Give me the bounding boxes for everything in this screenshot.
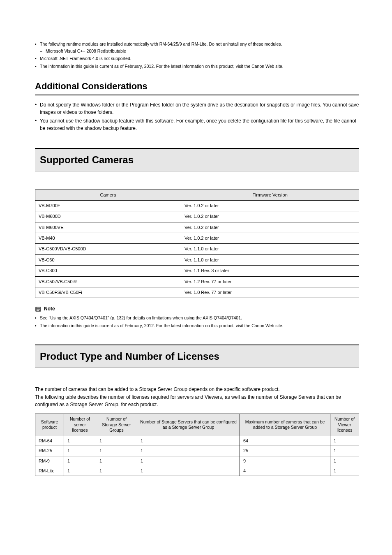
licenses-table-header: Number of Viewer licenses	[330, 414, 359, 436]
camera-table-cell: Ver. 1.0.2 or later	[181, 200, 359, 211]
licenses-table-cell: 64	[240, 436, 330, 446]
camera-table-cell: VB-M600VE	[35, 222, 181, 233]
camera-table-cell: VB-C60	[35, 254, 181, 265]
table-row: RM-911191	[35, 456, 359, 466]
camera-table-cell: VB-C500VD/VB-C500D	[35, 244, 181, 254]
licenses-table-cell: RM-64	[35, 436, 64, 446]
licenses-table-header: Software product	[35, 414, 64, 436]
table-row: VB-C50FSi/VB-C50FiVer. 1.0 Rev. 77 or la…	[35, 287, 359, 298]
licenses-table-cell: 1	[330, 466, 359, 476]
cameras-heading: Supported Cameras	[40, 154, 134, 165]
top-note-item: The information in this guide is current…	[35, 63, 359, 69]
table-row: VB-M600DVer. 1.0.2 or later	[35, 211, 359, 222]
table-row: RM-Lite11141	[35, 466, 359, 476]
licenses-table-cell: 9	[240, 456, 330, 466]
top-note-item: The following runtime modules are instal…	[35, 41, 359, 54]
licenses-table-header: Number of Storage Server Groups	[96, 414, 137, 436]
additional-item: You cannot use the shadow backup feature…	[35, 117, 359, 132]
additional-heading: Additional Considerations	[35, 80, 359, 95]
licenses-table-cell: 1	[64, 446, 96, 456]
licenses-table-header: Maximum number of cameras that can be ad…	[240, 414, 330, 436]
licenses-table-cell: 1	[96, 456, 137, 466]
camera-table-cell: Ver. 1.1.0 or later	[181, 244, 359, 254]
note-label: Note	[44, 305, 55, 312]
licenses-table-header: Number of server licenses	[64, 414, 96, 436]
licenses-heading-box: Product Type and Number of Licenses	[35, 345, 359, 368]
camera-notes-list: See "Using the AXIS Q7404/Q7401" (p. 132…	[35, 315, 359, 328]
licenses-table-cell: 1	[64, 436, 96, 446]
licenses-table-cell: 1	[330, 436, 359, 446]
licenses-table-cell: 1	[137, 446, 240, 456]
licenses-intro: The number of cameras that can be added …	[35, 386, 359, 409]
licenses-heading: Product Type and Number of Licenses	[40, 351, 219, 362]
camera-table-cell: VB-M700F	[35, 200, 181, 211]
camera-table-cell: VB-C50FSi/VB-C50Fi	[35, 287, 181, 298]
camera-table-cell: Ver. 1.0.2 or later	[181, 222, 359, 233]
camera-table-cell: Ver. 1.2 Rev. 77 or later	[181, 276, 359, 287]
table-row: RM-25111251	[35, 446, 359, 456]
camera-table-cell: VB-C50i/VB-C50iR	[35, 276, 181, 287]
licenses-table: Software productNumber of server license…	[35, 414, 359, 476]
camera-table-cell: VB-C300	[35, 266, 181, 276]
camera-table-cell: Ver. 1.0.2 or later	[181, 211, 359, 222]
page-wrap: { "top_notes": [ { "text": "The followin…	[35, 41, 359, 555]
camera-table-header: Firmware Version	[181, 190, 359, 200]
camera-table-cell: Ver. 1.1 Rev. 3 or later	[181, 266, 359, 276]
table-row: VB-C50i/VB-C50iRVer. 1.2 Rev. 77 or late…	[35, 276, 359, 287]
top-note-item: Microsoft .NET Framework 4.0 is not supp…	[35, 56, 359, 62]
additional-items-list: Do not specify the Windows folder or the…	[35, 101, 359, 132]
camera-table-cell: Ver. 1.0.2 or later	[181, 233, 359, 244]
licenses-table-cell: 1	[330, 446, 359, 456]
licenses-table-cell: RM-Lite	[35, 466, 64, 476]
camera-note-item: See "Using the AXIS Q7404/Q7401" (p. 132…	[35, 315, 359, 321]
licenses-table-cell: 1	[64, 466, 96, 476]
note-row: Note	[35, 305, 359, 312]
licenses-table-cell: 1	[96, 436, 137, 446]
camera-table-cell: Ver. 1.1.0 or later	[181, 254, 359, 265]
top-notes-list: The following runtime modules are instal…	[35, 41, 359, 69]
licenses-table-cell: 1	[96, 446, 137, 456]
camera-table-wrap: CameraFirmware VersionVB-M700FVer. 1.0.2…	[35, 190, 359, 298]
table-row: VB-C300Ver. 1.1 Rev. 3 or later	[35, 266, 359, 276]
licenses-table-cell: RM-25	[35, 446, 64, 456]
table-row: VB-M700FVer. 1.0.2 or later	[35, 200, 359, 211]
licenses-table-cell: 4	[240, 466, 330, 476]
note-icon	[35, 306, 42, 312]
licenses-table-header: Number of Storage Servers that can be co…	[137, 414, 240, 436]
licenses-table-cell: RM-9	[35, 456, 64, 466]
licenses-table-cell: 1	[96, 466, 137, 476]
camera-table-cell: VB-M40	[35, 233, 181, 244]
camera-table-header: Camera	[35, 190, 181, 200]
licenses-table-cell: 1	[137, 436, 240, 446]
table-row: RM-64111641	[35, 436, 359, 446]
licenses-table-cell: 1	[64, 456, 96, 466]
camera-table-cell: Ver. 1.0 Rev. 77 or later	[181, 287, 359, 298]
camera-table-cell: VB-M600D	[35, 211, 181, 222]
camera-table: CameraFirmware VersionVB-M700FVer. 1.0.2…	[35, 190, 359, 298]
licenses-table-cell: 25	[240, 446, 330, 456]
table-row: VB-C60Ver. 1.1.0 or later	[35, 254, 359, 265]
top-note-subitem: Microsoft Visual C++ 2008 Redistributabl…	[40, 48, 359, 54]
table-row: VB-M600VEVer. 1.0.2 or later	[35, 222, 359, 233]
cameras-heading-box: Supported Cameras	[35, 148, 359, 171]
licenses-table-cell: 1	[137, 456, 240, 466]
additional-item: Do not specify the Windows folder or the…	[35, 101, 359, 116]
camera-note-item: The information in this guide is current…	[35, 323, 359, 329]
table-row: VB-C500VD/VB-C500DVer. 1.1.0 or later	[35, 244, 359, 254]
licenses-table-cell: 1	[330, 456, 359, 466]
table-row: VB-M40Ver. 1.0.2 or later	[35, 233, 359, 244]
licenses-table-cell: 1	[137, 466, 240, 476]
